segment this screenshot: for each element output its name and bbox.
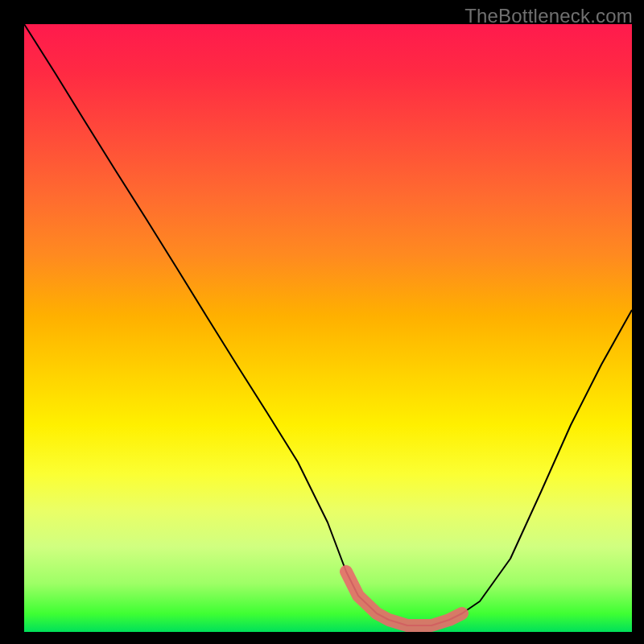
plot-svg	[24, 24, 632, 632]
chart-frame: TheBottleneck.com	[0, 0, 644, 644]
highlight-minimum	[346, 572, 462, 625]
bottleneck-curve	[24, 24, 632, 625]
plot-area	[24, 24, 632, 632]
watermark-text: TheBottleneck.com	[464, 5, 633, 27]
